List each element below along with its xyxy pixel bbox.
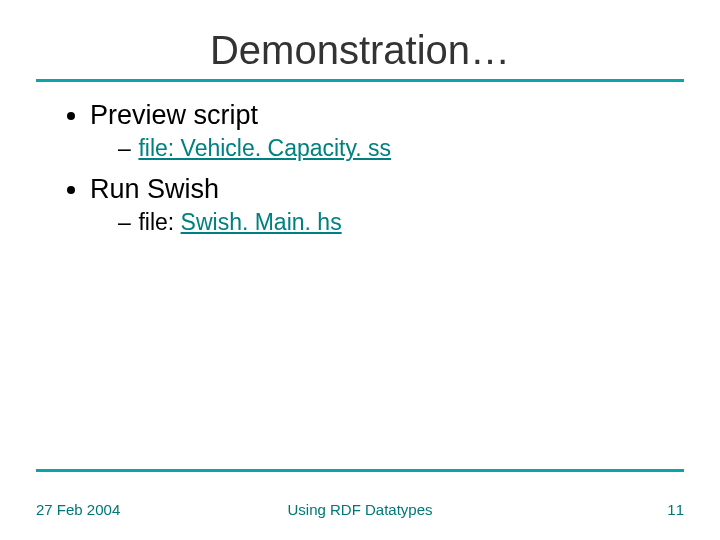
- slide-footer: 27 Feb 2004 Using RDF Datatypes 11: [36, 492, 684, 524]
- file-link-swish-main[interactable]: Swish. Main. hs: [181, 209, 342, 235]
- dash-icon: –: [118, 135, 132, 162]
- sub-list-2: – file: Swish. Main. hs: [90, 209, 660, 236]
- footer-title: Using RDF Datatypes: [36, 501, 684, 518]
- slide: Demonstration… Preview script – file: Ve…: [0, 0, 720, 540]
- slide-content: Preview script – file: Vehicle. Capacity…: [0, 82, 720, 236]
- slide-title: Demonstration…: [0, 0, 720, 79]
- sub-item-2: – file: Swish. Main. hs: [118, 209, 660, 236]
- bullet-item-1: Preview script – file: Vehicle. Capacity…: [90, 100, 660, 162]
- bullet-text-1: Preview script: [90, 100, 258, 130]
- bullet-item-2: Run Swish – file: Swish. Main. hs: [90, 174, 660, 236]
- dash-icon: –: [118, 209, 132, 236]
- bullet-text-2: Run Swish: [90, 174, 219, 204]
- slide-number: 11: [667, 501, 684, 518]
- file-prefix-2: file:: [138, 209, 180, 235]
- bullet-list: Preview script – file: Vehicle. Capacity…: [60, 100, 660, 236]
- sub-item-1: – file: Vehicle. Capacity. ss: [118, 135, 660, 162]
- footer-divider: [36, 469, 684, 472]
- sub-list-1: – file: Vehicle. Capacity. ss: [90, 135, 660, 162]
- file-link-vehicle-capacity[interactable]: file: Vehicle. Capacity. ss: [138, 135, 391, 161]
